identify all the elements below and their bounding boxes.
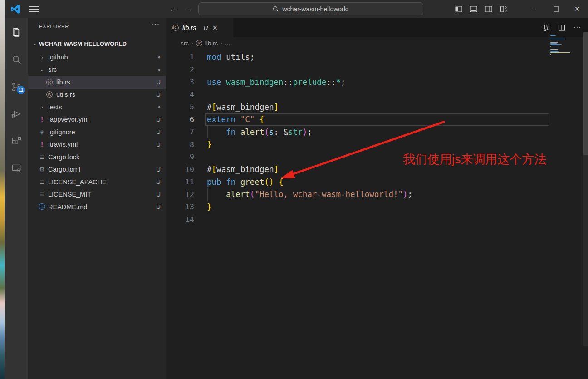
customize-layout-icon[interactable] [496, 0, 511, 18]
toggle-panel-icon[interactable] [466, 0, 481, 18]
tab-modified-badge: U [204, 25, 208, 31]
tree-item-lib-rs[interactable]: Rlib.rsU [28, 76, 166, 89]
vscode-window: ← → wchar-wasm-helloworld [5, 0, 588, 379]
untracked-badge: U [156, 166, 161, 173]
search-sidebar-icon[interactable] [5, 49, 28, 70]
indent-guide [44, 89, 44, 101]
minimap-line [550, 52, 570, 53]
code-line-4[interactable]: 4 [166, 89, 588, 101]
tab-close-icon[interactable]: ✕ [212, 24, 218, 31]
rust-file-icon: R [196, 40, 202, 46]
remote-explorer-icon[interactable] [5, 158, 28, 179]
chevron-right-icon: › [220, 40, 222, 46]
line-number: 11 [166, 177, 194, 186]
code-line-7[interactable]: 7 fn alert(s: &str); [166, 126, 588, 138]
code-line-6[interactable]: 6extern "C" { [166, 113, 588, 126]
search-icon [273, 6, 279, 12]
code-line-12[interactable]: 12 alert("Hello, wchar-wasm-helloworld!"… [166, 188, 588, 201]
tree-item-utils-rs[interactable]: Rutils.rsU [28, 89, 166, 101]
line-number: 13 [166, 202, 194, 211]
tree-item-tests[interactable]: ›tests● [28, 101, 166, 113]
maximize-button[interactable] [545, 0, 567, 18]
breadcrumb-file[interactable]: lib.rs [205, 40, 218, 47]
code-line-3[interactable]: 3use wasm_bindgen::prelude::*; [166, 76, 588, 89]
tab-lib-rs[interactable]: R lib.rs U ✕ [166, 18, 233, 37]
gear-file-icon: ⚙ [38, 166, 46, 173]
split-editor-icon[interactable] [555, 18, 568, 37]
file-label: tests [48, 103, 62, 111]
code-line-14[interactable]: 14 [166, 213, 588, 226]
breadcrumb[interactable]: src › R lib.rs › ... [181, 37, 230, 49]
code-line-10[interactable]: 10#[wasm_bindgen] [166, 163, 588, 176]
tree-item--github[interactable]: ›.github● [28, 51, 166, 64]
minimap[interactable] [550, 35, 571, 57]
project-root-row[interactable]: ⌄ WCHAR-WASM-HELLOWORLD [28, 38, 166, 49]
breadcrumb-folder[interactable]: src [181, 40, 189, 47]
tree-item--appveyor-yml[interactable]: !.appveyor.ymlU [28, 113, 166, 126]
minimap-line [550, 39, 565, 39]
minimap-line [550, 49, 558, 50]
code-text: } [207, 202, 212, 212]
explorer-sidebar: EXPLORER ··· ⌄ WCHAR-WASM-HELLOWORLD ›.g… [28, 18, 166, 379]
file-label: Cargo.toml [48, 166, 80, 173]
activity-bar: 11 [5, 18, 28, 379]
rust-file-icon: R [172, 25, 179, 31]
rust-file-icon: R [46, 79, 53, 85]
list-file-icon: ☰ [38, 153, 46, 161]
tree-item--gitignore[interactable]: ◈.gitignoreU [28, 126, 166, 138]
tree-item-src[interactable]: ⌄src● [28, 64, 166, 76]
editor-actions: ··· [540, 18, 583, 37]
more-actions-icon[interactable]: ··· [151, 20, 160, 28]
scrollbar-thumb[interactable] [583, 32, 588, 155]
untracked-badge: U [156, 191, 161, 198]
code-line-8[interactable]: 8} [166, 138, 588, 151]
git-file-icon: ◈ [38, 128, 46, 136]
rust-file-icon: R [46, 91, 53, 98]
file-label: LICENSE_MIT [48, 191, 91, 198]
sidebar-header: EXPLORER ··· [28, 18, 166, 34]
editor-more-actions-icon[interactable]: ··· [571, 18, 583, 37]
editor-group: R lib.rs U ✕ [166, 18, 588, 379]
explorer-icon[interactable] [5, 22, 28, 44]
close-button[interactable]: ✕ [567, 0, 588, 18]
source-control-icon[interactable]: 11 [5, 76, 28, 98]
toggle-secondary-sidebar-icon[interactable] [481, 0, 496, 18]
menu-icon[interactable] [28, 5, 40, 13]
modified-dot-badge: ● [158, 104, 161, 109]
breadcrumb-symbol[interactable]: ... [225, 40, 230, 47]
code-line-5[interactable]: 5#[wasm_bindgen] [166, 101, 588, 113]
line-number: 6 [166, 115, 194, 124]
line-number: 9 [166, 153, 194, 161]
untracked-badge: U [156, 116, 161, 123]
back-arrow-icon[interactable]: ← [167, 3, 180, 15]
window-controls: – ✕ [524, 0, 588, 18]
file-label: .travis.yml [48, 141, 78, 148]
tree-item-readme-md[interactable]: ⓘREADME.mdU [28, 201, 166, 213]
indent-guide [44, 76, 44, 89]
code-text: pub fn greet() { [207, 177, 284, 187]
tree-item-cargo-toml[interactable]: ⚙Cargo.tomlU [28, 163, 166, 176]
tree-item-cargo-lock[interactable]: ☰Cargo.lock [28, 151, 166, 163]
open-changes-icon[interactable] [540, 18, 553, 37]
code-line-13[interactable]: 13} [166, 201, 588, 213]
tree-item-license-apache[interactable]: ☰LICENSE_APACHEU [28, 176, 166, 188]
tree-item-license-mit[interactable]: ☰LICENSE_MITU [28, 188, 166, 201]
chevron-down-icon: ⌄ [31, 41, 38, 47]
editor-scrollbar[interactable] [583, 32, 588, 346]
command-center-search[interactable]: wchar-wasm-helloworld [198, 2, 423, 15]
desktop-wallpaper-strip [0, 0, 5, 379]
modified-dot-badge: ● [158, 67, 161, 72]
code-line-2[interactable]: 2 [166, 64, 588, 76]
tree-item--travis-yml[interactable]: !.travis.ymlU [28, 138, 166, 151]
search-value: wchar-wasm-helloworld [282, 5, 348, 13]
extensions-icon[interactable] [5, 130, 28, 152]
code-line-11[interactable]: 11pub fn greet() { [166, 176, 588, 188]
warn-file-icon: ! [38, 141, 46, 148]
toggle-sidebar-icon[interactable] [451, 0, 466, 18]
untracked-badge: U [156, 91, 161, 98]
code-line-1[interactable]: 1mod utils; [166, 51, 588, 64]
run-debug-icon[interactable] [5, 103, 28, 125]
minimize-button[interactable]: – [524, 0, 545, 18]
code-editor[interactable]: 1mod utils;23use wasm_bindgen::prelude::… [166, 51, 588, 379]
code-line-9[interactable]: 9 [166, 151, 588, 163]
